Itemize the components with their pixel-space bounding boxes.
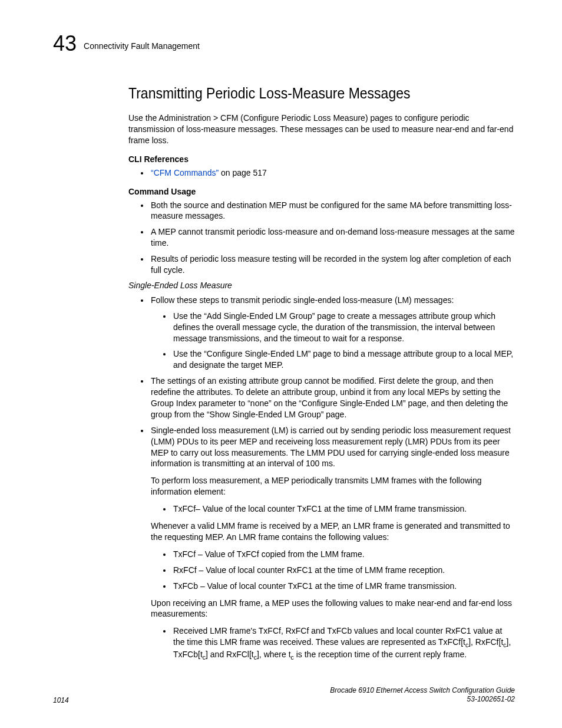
list-item: TxFCf– Value of the local counter TxFC1 … [172,503,515,515]
command-usage-heading: Command Usage [128,187,515,196]
list-text: Follow these steps to transmit periodic … [151,295,454,305]
text-fragment: Received LMR frame's TxFCf, RxFCf and Tx… [173,626,502,647]
steps-list: Use the “Add Single-Ended LM Group” page… [151,311,515,371]
received-values-list: Received LMR frame's TxFCf, RxFCf and Tx… [151,625,515,661]
list-item: Received LMR frame's TxFCf, RxFCf and Tx… [172,625,515,661]
page-number: 1014 [53,696,69,704]
text-fragment: ], where t [257,650,291,659]
list-text: Single-ended loss measurement (LM) is ca… [151,426,511,469]
text-fragment: is the reception time of the current rep… [294,650,467,659]
paragraph: Upon receiving an LMR frame, a MEP uses … [151,598,515,620]
single-ended-subheading: Single-Ended Loss Measure [128,281,515,290]
footer-doc-info: Brocade 6910 Ethernet Access Switch Conf… [330,686,515,704]
list-item: Use the “Add Single-Ended LM Group” page… [172,311,515,344]
intro-paragraph: Use the Administration > CFM (Configure … [128,113,515,146]
chapter-title: Connectivity Fault Management [84,41,200,51]
info-element-list: TxFCf– Value of the local counter TxFC1 … [151,503,515,515]
list-item: Follow these steps to transmit periodic … [150,295,515,371]
page-header: 43 Connectivity Fault Management [53,33,515,54]
list-item: The settings of an existing attribute gr… [150,375,515,420]
list-item: Single-ended loss measurement (LM) is ca… [150,425,515,661]
section-heading: Transmitting Periodic Loss-Measure Messa… [128,85,484,102]
list-item: Both the source and destination MEP must… [150,200,515,222]
cfm-commands-link[interactable]: “CFM Commands” [151,168,219,177]
text-fragment: ] and RxFCl[t [206,650,254,659]
text-fragment: ], RxFCf[t [468,637,503,647]
cli-reference-list: “CFM Commands” on page 517 [128,167,515,179]
document-page: 43 Connectivity Fault Management Transmi… [0,0,562,728]
lmr-values-list: TxFCf – Value of TxFCf copied from the L… [151,549,515,592]
chapter-number: 43 [53,33,77,54]
page-footer: 1014 Brocade 6910 Ethernet Access Switch… [53,686,515,704]
list-item: TxFCf – Value of TxFCf copied from the L… [172,549,515,560]
doc-number: 53-1002651-02 [330,695,515,704]
page-content: Transmitting Periodic Loss-Measure Messa… [128,85,515,661]
link-suffix: on page 517 [219,168,267,177]
paragraph: Whenever a valid LMM frame is received b… [151,521,515,543]
single-ended-list: Follow these steps to transmit periodic … [128,295,515,661]
list-item: RxFCf – Value of local counter RxFC1 at … [172,565,515,576]
command-usage-list: Both the source and destination MEP must… [128,200,515,276]
cli-reference-item: “CFM Commands” on page 517 [150,167,515,179]
list-item: Results of periodic loss measure testing… [150,253,515,276]
list-item: Use the “Configure Single-Ended LM” page… [172,348,515,371]
list-item: A MEP cannot transmit periodic loss-meas… [150,226,515,249]
list-item: TxFCb – Value of local counter TxFC1 at … [172,581,515,592]
paragraph: To perform loss measurement, a MEP perio… [151,475,515,498]
cli-references-heading: CLI References [128,154,515,164]
doc-title: Brocade 6910 Ethernet Access Switch Conf… [330,686,515,696]
